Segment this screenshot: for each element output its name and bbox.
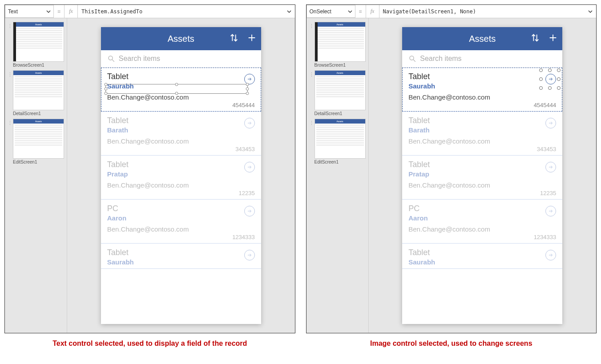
arrow-right-icon <box>247 208 252 214</box>
arrow-right-icon <box>247 76 252 82</box>
item-assigned: Barath <box>107 126 255 134</box>
thumb-menu-icon[interactable]: ⋯ <box>309 72 315 76</box>
phone-canvas: AssetsSearch itemsTabletSaurabhBen.Chang… <box>101 27 261 324</box>
screen-thumbnail[interactable]: ⋯AssetsDetailScreen1 <box>309 70 366 116</box>
selection-handle[interactable] <box>548 86 552 90</box>
gallery-item[interactable]: TabletSaurabh <box>101 244 261 269</box>
chevron-down-icon <box>46 9 51 14</box>
item-title: Tablet <box>107 72 255 81</box>
sort-button[interactable] <box>229 33 239 45</box>
selection-handle[interactable] <box>104 92 107 95</box>
navigate-arrow-button[interactable] <box>244 162 255 172</box>
search-input[interactable]: Search items <box>101 50 261 68</box>
item-number: 4545444 <box>107 102 255 108</box>
gallery-item[interactable]: TabletBarathBen.Change@contoso.com343453 <box>402 112 562 156</box>
thumb-menu-icon[interactable]: ⋯ <box>7 24 13 28</box>
svg-point-0 <box>109 56 113 60</box>
selection-box[interactable] <box>541 70 559 88</box>
search-placeholder: Search items <box>119 55 160 63</box>
thumb-header: Assets <box>13 22 64 27</box>
item-title: Tablet <box>107 116 255 125</box>
screen-thumbnail[interactable]: ⋯AssetsBrowseScreen1 <box>8 22 64 68</box>
gallery-item[interactable]: PCAaronBen.Change@contoso.com1234333 <box>402 200 562 244</box>
selection-handle[interactable] <box>175 92 178 95</box>
selection-handle[interactable] <box>246 88 249 91</box>
formula-input[interactable]: Navigate(DetailScreen1, None) <box>379 5 597 18</box>
thumb-menu-icon[interactable]: ⋯ <box>309 24 315 28</box>
selection-handle[interactable] <box>104 83 107 86</box>
panel-caption: Text control selected, used to display a… <box>52 340 247 348</box>
arrow-right-icon <box>548 120 553 126</box>
property-name: OnSelect <box>310 8 331 15</box>
add-button[interactable] <box>548 33 558 45</box>
selection-handle[interactable] <box>557 68 561 72</box>
thumb-header: Assets <box>315 119 365 124</box>
screen-thumbnail[interactable]: ⋯AssetsBrowseScreen1 <box>309 22 366 68</box>
selection-handle[interactable] <box>246 83 249 86</box>
sort-button[interactable] <box>530 33 540 45</box>
chevron-down-icon <box>588 9 593 14</box>
navigate-arrow-button[interactable] <box>244 118 255 128</box>
item-assigned: Aaron <box>408 214 556 222</box>
selection-handle[interactable] <box>104 88 107 91</box>
thumb-label: BrowseScreen1 <box>315 63 366 68</box>
plus-icon <box>247 33 257 43</box>
thumb-label: DetailScreen1 <box>13 111 64 116</box>
arrow-right-icon <box>247 252 252 258</box>
navigate-arrow-button[interactable] <box>244 206 255 216</box>
search-placeholder: Search items <box>420 55 461 63</box>
editor-panel: OnSelect=fxNavigate(DetailScreen1, None)… <box>306 4 597 333</box>
selection-handle[interactable] <box>175 83 178 86</box>
property-dropdown[interactable]: OnSelect <box>307 5 355 18</box>
add-button[interactable] <box>247 33 257 45</box>
item-assigned: Pratap <box>107 170 255 178</box>
arrow-right-icon <box>247 120 252 126</box>
svg-point-1 <box>410 56 414 60</box>
thumb-header: Assets <box>315 71 365 75</box>
item-email: Ben.Change@contoso.com <box>408 225 556 233</box>
formula-input[interactable]: ThisItem.AssignedTo <box>78 5 295 18</box>
arrow-right-icon <box>247 164 252 170</box>
selection-handle[interactable] <box>557 77 561 81</box>
item-title: Tablet <box>408 160 556 169</box>
screen-thumbnail[interactable]: ⋯AssetsDetailScreen1 <box>8 70 64 116</box>
gallery-item[interactable]: PCAaronBen.Change@contoso.com1234333 <box>101 200 261 244</box>
navigate-arrow-button[interactable] <box>244 74 255 84</box>
gallery-item[interactable]: TabletBarathBen.Change@contoso.com343453 <box>101 112 261 156</box>
thumb-menu-icon[interactable]: ⋯ <box>7 120 13 124</box>
selection-handle[interactable] <box>557 86 561 90</box>
gallery-item[interactable]: TabletSaurabhBen.Change@contoso.com45454… <box>402 68 562 112</box>
selection-box[interactable] <box>105 84 248 94</box>
canvas-area: AssetsSearch itemsTabletSaurabhBen.Chang… <box>67 18 295 333</box>
search-input[interactable]: Search items <box>402 50 562 68</box>
thumb-menu-icon[interactable]: ⋯ <box>309 120 315 124</box>
gallery-item[interactable]: TabletSaurabh <box>402 244 562 269</box>
gallery: TabletSaurabhBen.Change@contoso.com45454… <box>101 68 261 324</box>
property-dropdown[interactable]: Text <box>5 5 54 18</box>
thumb-header: Assets <box>315 22 365 27</box>
selection-handle[interactable] <box>246 92 249 95</box>
selection-handle[interactable] <box>539 68 543 72</box>
gallery-item[interactable]: TabletPratapBen.Change@contoso.com12235 <box>101 156 261 200</box>
gallery-item[interactable]: TabletSaurabhBen.Change@contoso.com45454… <box>101 68 261 112</box>
item-number: 12235 <box>107 190 255 196</box>
gallery: TabletSaurabhBen.Change@contoso.com45454… <box>402 68 562 324</box>
screen-thumbnail[interactable]: ⋯AssetsEditScreen1 <box>309 119 366 164</box>
item-email: Ben.Change@contoso.com <box>107 225 255 233</box>
item-assigned: Saurabh <box>107 258 255 266</box>
screen-thumbnail[interactable]: ⋯AssetsEditScreen1 <box>8 119 64 164</box>
formula-bar: Text=fxThisItem.AssignedTo <box>5 5 295 18</box>
navigate-arrow-button[interactable] <box>244 250 255 260</box>
item-title: Tablet <box>408 116 556 125</box>
item-number: 1234333 <box>408 234 556 240</box>
phone-canvas: AssetsSearch itemsTabletSaurabhBen.Chang… <box>402 27 562 324</box>
selection-handle[interactable] <box>539 86 543 90</box>
selection-handle[interactable] <box>539 77 543 81</box>
selection-handle[interactable] <box>548 68 552 72</box>
thumb-menu-icon[interactable]: ⋯ <box>7 72 13 76</box>
screen-navigator: ⋯AssetsBrowseScreen1⋯AssetsDetailScreen1… <box>307 18 369 333</box>
chevron-down-icon <box>348 9 352 14</box>
item-title: Tablet <box>107 248 255 257</box>
gallery-item[interactable]: TabletPratapBen.Change@contoso.com12235 <box>402 156 562 200</box>
search-icon <box>408 55 416 63</box>
